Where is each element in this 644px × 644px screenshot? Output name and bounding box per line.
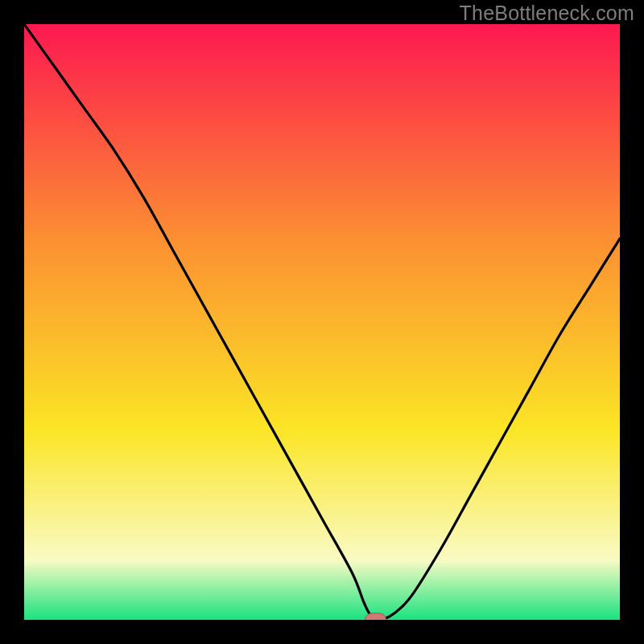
plot-area [24,24,620,620]
minimum-marker [365,613,386,620]
gradient-background [24,24,620,620]
chart-canvas: TheBottleneck.com [0,0,644,644]
watermark-text: TheBottleneck.com [460,2,634,25]
chart-svg [24,24,620,620]
